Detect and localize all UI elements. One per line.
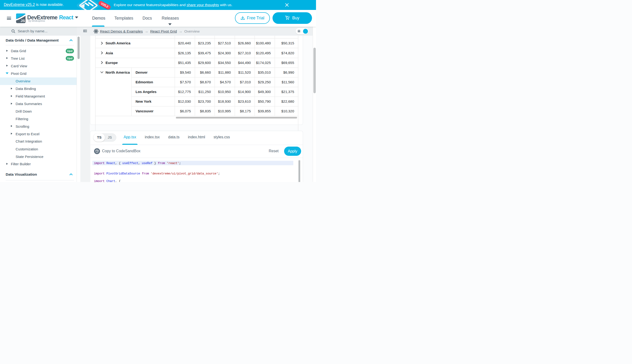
svg-text:JS: JS [21, 19, 25, 23]
